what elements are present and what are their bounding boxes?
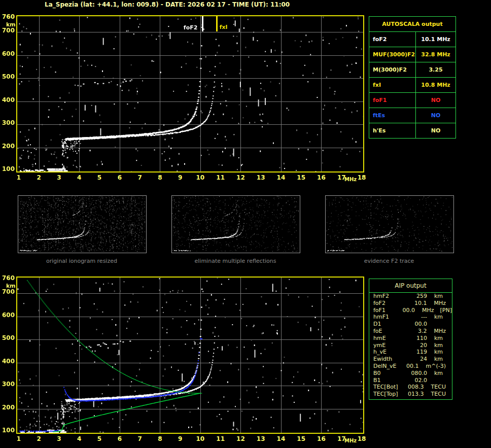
y-axis-tick-label: 400 [0,358,15,365]
x-axis-tick-label: 4 [73,174,85,181]
autoscala-header: AUTOSCALA output [369,17,456,32]
aip-param-extra: [PN] [440,307,452,314]
x-axis-tick-label: 6 [114,435,126,442]
x-axis-tick-label: 15 [295,435,307,442]
bottom-ionogram-canvas [17,278,363,433]
x-axis-tick-label: 11 [215,174,227,181]
x-axis-tick-label: 16 [315,435,327,442]
top-ionogram-canvas [17,16,363,171]
x-axis-tick-label: 8 [154,174,166,181]
aip-param-value: 20 [405,342,427,349]
aip-param-value: 00.1 [400,363,418,370]
aip-param-unit: MHz [422,307,434,314]
aip-param-value: 00.0 [398,307,415,314]
x-axis-tick-label: 10 [194,174,206,181]
aip-param-label: hmF2 [373,293,405,300]
x-axis-tick-label: 18 [356,174,368,181]
autoscala-param-label: fxI [369,78,416,93]
y-axis-tick-label: 700 [0,288,15,295]
aip-param-value: 02.0 [405,377,427,384]
aip-param-value: --- [405,314,427,321]
aip-param-unit: km [434,370,443,377]
thumbnail-eliminate-canvas [172,196,299,252]
aip-param-value: 259 [405,293,427,300]
x-axis-tick-label: 13 [255,174,267,181]
aip-param-value: 24 [405,356,427,363]
y-axis-tick-label: 200 [0,143,15,150]
x-axis-unit-label: MHz [344,438,357,443]
autoscala-output-table: AUTOSCALA outputfoF210.1 MHzMUF(3000)F23… [369,16,456,139]
autoscala-row: MUF(3000)F232.8 MHz [369,47,456,62]
x-axis-tick-label: 5 [93,174,106,181]
aip-param-value: 013.3 [403,391,424,398]
thumbnail-caption-eliminate: eliminate multiple reflections [171,258,299,264]
aip-output-rows: hmF2259kmfoF210.1MHzfoF100.0MHz[PN]hmF1-… [369,293,452,398]
aip-param-label: foF1 [373,307,398,314]
y-axis-tick-label: 500 [0,334,15,341]
page-title: La_Spezia (lat: +44.1, lon: 009.8) - DAT… [45,1,290,8]
aip-param-unit: TECU [431,384,446,391]
autoscala-param-value: 3.25 [416,62,456,78]
aip-param-value: 3.2 [405,328,427,335]
thumbnail-evidence-f2 [325,195,454,253]
autoscala-param-label: M(3000)F2 [369,62,416,78]
x-axis-tick-label: 14 [275,174,287,181]
aip-row: hmF1---km [369,314,452,321]
x-axis-tick-label: 2 [33,435,45,442]
aip-param-label: DelN_vE [373,363,400,370]
x-axis-tick-label: 11 [215,435,227,442]
aip-param-unit: m^(-3) [426,363,446,370]
aip-row: TEC[Bot]008.3TECU [369,384,452,391]
x-axis-unit-label: MHz [344,177,357,182]
x-axis-tick-label: 12 [234,435,247,442]
autoscala-param-label: h'Es [369,123,416,139]
y-axis-tick-label: 200 [0,404,15,411]
x-axis-tick-label: 10 [194,435,206,442]
y-axis-tick-label: 100 [0,165,15,173]
aip-row: hmE110km [369,335,452,342]
autoscala-row: foF210.1 MHz [369,32,456,47]
thumbnail-original-canvas [18,196,145,252]
thumbnail-eliminate-reflections [171,195,300,253]
x-axis-tick-label: 9 [174,174,186,181]
aip-param-label: foF2 [373,300,405,307]
aip-param-label: B1 [373,377,405,384]
aip-param-unit: km [434,349,443,356]
aip-param-value: 080.0 [405,370,427,377]
autoscala-row: h'EsNO [369,123,456,139]
x-axis-tick-label: 15 [295,174,307,181]
aip-param-label: foE [373,328,405,335]
x-axis-tick-label: 7 [134,174,146,181]
autoscala-param-label: MUF(3000)F2 [369,47,416,62]
y-axis-tick-label: 100 [0,427,15,434]
y-axis-tick-label: 300 [0,381,15,388]
fxi-marker-label: fxI [220,24,228,30]
autoscala-param-value: 10.8 MHz [416,78,456,93]
aip-param-unit: km [434,335,443,342]
aip-param-label: h_vE [373,349,405,356]
aip-row: foF100.0MHz[PN] [369,307,452,314]
x-axis-tick-label: 8 [154,435,166,442]
thumbnail-caption-original: original ionogram resized [18,258,146,264]
thumbnail-original-ionogram [18,195,147,253]
y-axis-tick-label: 300 [0,119,15,126]
y-axis-tick-label: 760 [0,13,15,20]
autoscala-param-value: 32.8 MHz [416,47,456,62]
aip-param-unit: km [434,342,443,349]
y-axis-tick-label: 600 [0,50,15,57]
aip-param-unit: km [434,356,443,363]
y-axis-tick-label: 400 [0,96,15,104]
x-axis-tick-label: 16 [315,174,327,181]
aip-param-unit: TECU [431,391,446,398]
x-axis-tick-label: 3 [53,435,65,442]
x-axis-tick-label: 1 [13,174,25,181]
aip-param-label: hmF1 [373,314,405,321]
aip-row: ymE20km [369,342,452,349]
x-axis-tick-label: 14 [275,435,287,442]
autoscala-param-value: 10.1 MHz [416,32,456,47]
aip-param-label: hmE [373,335,405,342]
aip-param-label: B0 [373,370,405,377]
autoscala-param-value: NO [416,93,456,108]
autoscala-row: foF1NO [369,93,456,108]
autoscala-param-value: NO [416,108,456,123]
